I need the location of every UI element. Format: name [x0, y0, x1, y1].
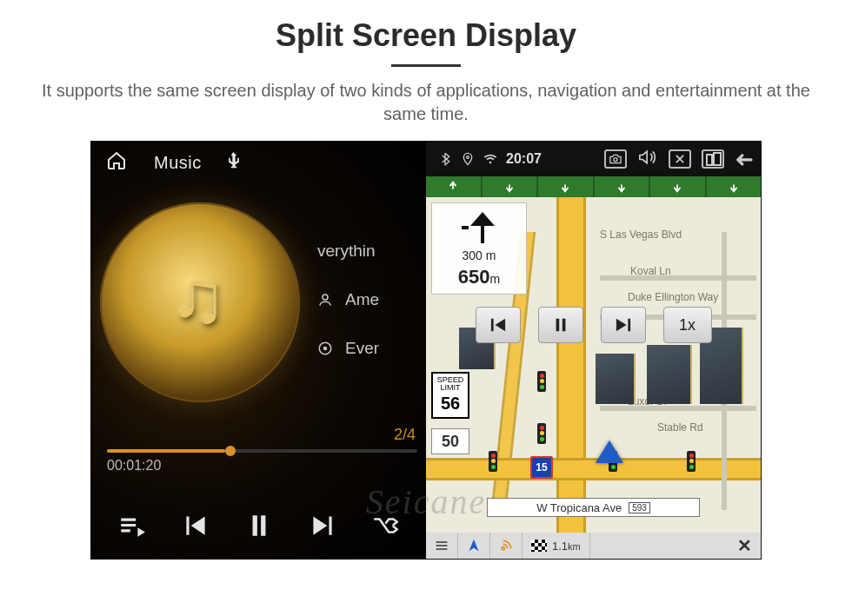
home-icon[interactable]: [105, 150, 128, 176]
traffic-light-icon: [687, 451, 696, 472]
vehicle-cursor-icon: [596, 440, 623, 463]
remaining-distance: 1.1: [552, 540, 568, 553]
lane-slot: [707, 176, 762, 197]
nav-prev-button[interactable]: [476, 307, 521, 343]
volume-button[interactable]: [637, 149, 658, 169]
nav-satellite-button[interactable]: [490, 533, 523, 559]
speed-limit-value: 56: [433, 394, 468, 413]
system-status-bar: 20:07 ➜: [426, 142, 761, 176]
exit-badge: 593: [629, 502, 650, 513]
nav-close-button[interactable]: ✕: [729, 533, 761, 559]
street-label: Duke Ellington Way: [628, 291, 718, 303]
page-subtitle: It supports the same screen display of t…: [0, 79, 852, 142]
svg-point-3: [467, 156, 469, 159]
artist-row: Ame: [317, 290, 379, 309]
title-underline: [391, 64, 461, 67]
lane-slot: [538, 176, 595, 197]
svg-point-2: [324, 348, 327, 350]
artist-name: Ame: [345, 290, 379, 309]
remaining-distance-unit: km: [568, 541, 581, 552]
next-button[interactable]: [308, 511, 337, 546]
nav-pause-button[interactable]: [538, 307, 583, 343]
pause-button[interactable]: [244, 511, 274, 546]
device-screenshot: Music ♫ verythin Ame Ever 2/4: [91, 142, 761, 559]
progress-fill: [107, 449, 225, 453]
wifi-icon: [483, 152, 497, 166]
previous-button[interactable]: [181, 511, 210, 546]
split-screen-button[interactable]: [702, 149, 724, 169]
street-label: Koval Ln: [630, 265, 671, 277]
nav-bottom-bar: 1.1km ✕: [426, 533, 761, 559]
nav-cursor-button[interactable]: [458, 533, 490, 559]
elapsed-time: 00:01:20: [107, 458, 417, 474]
progress-area: 2/4 00:01:20: [107, 426, 417, 474]
speed-limit-sign: SPEED LIMIT 56: [431, 372, 469, 419]
turn-distance-2: 650: [458, 266, 490, 288]
clock: 20:07: [506, 151, 542, 167]
track-title-row: verythin: [317, 242, 379, 261]
interstate-shield: 15: [530, 456, 553, 479]
traffic-light-icon: [489, 451, 497, 472]
lane-slot: [426, 176, 483, 197]
lane-slot: [595, 176, 651, 197]
music-app-label: Music: [154, 153, 202, 173]
close-app-button[interactable]: [669, 149, 691, 169]
watermark: Seicane: [366, 481, 486, 522]
turn-distance-1: 300: [463, 248, 483, 262]
building-icon: [596, 354, 634, 404]
nav-destination-info[interactable]: 1.1km: [523, 533, 590, 559]
turn-left-icon: [460, 210, 498, 245]
playlist-button[interactable]: [117, 511, 147, 546]
turn-unit-2: m: [490, 272, 501, 286]
svg-point-5: [502, 547, 504, 550]
lane-slot: [483, 176, 539, 197]
track-metadata: verythin Ame Ever: [317, 242, 379, 358]
person-icon: [317, 292, 333, 308]
bluetooth-icon: [438, 152, 452, 166]
nav-next-button[interactable]: [601, 307, 646, 343]
building-icon: [647, 345, 690, 404]
lane-slot: [650, 176, 707, 197]
traffic-light-icon: [537, 423, 546, 444]
nav-menu-button[interactable]: [426, 533, 458, 559]
progress-knob[interactable]: [225, 446, 236, 456]
album-name: Ever: [345, 339, 379, 358]
current-street-sign: W Tropicana Ave 593: [487, 498, 700, 517]
page-title: Split Screen Display: [0, 17, 852, 54]
usb-icon[interactable]: [228, 152, 240, 174]
music-note-icon: ♫: [171, 255, 226, 340]
gps-icon: [461, 152, 475, 166]
lane-guidance-bar: [426, 176, 761, 197]
svg-point-0: [323, 295, 328, 300]
album-art: ♫: [100, 202, 300, 402]
playback-speed-button[interactable]: 1x: [663, 307, 712, 343]
music-top-bar: Music: [91, 142, 426, 184]
traffic-light-icon: [537, 371, 546, 392]
disc-icon: [317, 341, 333, 356]
back-button[interactable]: ➜: [735, 146, 754, 173]
turn-instruction-panel: 300 m 650m: [431, 202, 527, 295]
turn-unit-1: m: [486, 248, 496, 262]
svg-point-4: [614, 158, 617, 162]
nav-media-controls: 1x: [426, 307, 761, 343]
street-label: S Las Vegas Blvd: [600, 229, 682, 241]
track-counter: 2/4: [107, 426, 417, 444]
speed-limit-label: SPEED LIMIT: [437, 375, 464, 392]
checkered-flag-icon: [531, 540, 547, 552]
current-street-name: W Tropicana Ave: [536, 501, 622, 514]
album-row: Ever: [317, 339, 379, 358]
street-label: Stable Rd: [657, 421, 703, 434]
screenshot-button[interactable]: [604, 149, 627, 169]
speedometer: 50: [431, 428, 469, 454]
progress-bar[interactable]: [107, 449, 417, 453]
track-title: verythin: [317, 242, 376, 261]
